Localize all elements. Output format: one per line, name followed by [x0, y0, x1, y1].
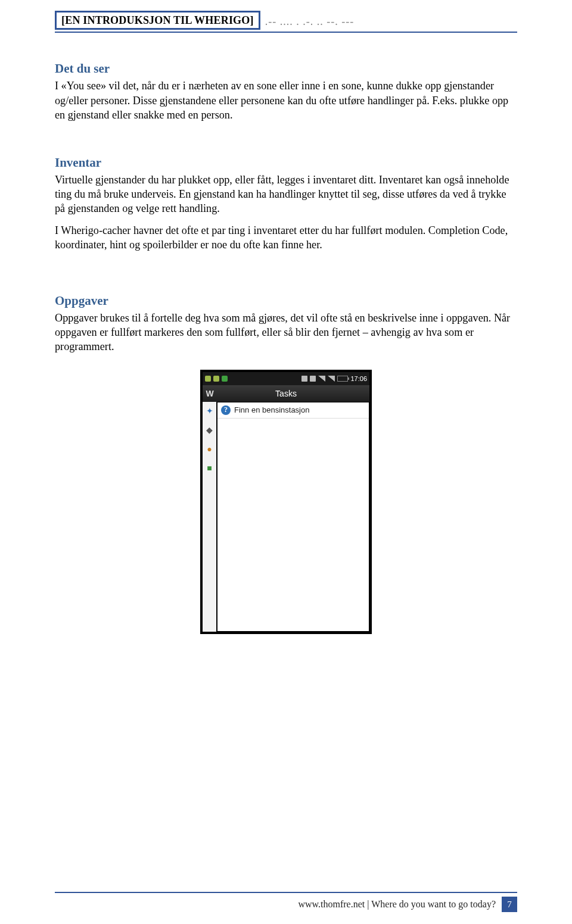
section-body-inventar-2: I Wherigo-cacher havner det ofte et par … — [55, 223, 517, 252]
wifi-icon — [318, 376, 325, 382]
page-footer: www.thomfre.net | Where do you want to g… — [55, 892, 517, 912]
side-strip: ✦ ◆ ● ■ — [203, 402, 217, 632]
tasks-list[interactable]: ? Finn en bensinstasjon — [217, 402, 369, 632]
battery-icon — [337, 376, 348, 382]
header-title: [EN INTRODUKSJON TIL WHERIGO] — [55, 11, 260, 30]
notification-icon — [213, 376, 219, 382]
page-header: [EN INTRODUKSJON TIL WHERIGO] .-- .... .… — [55, 11, 517, 30]
footer-text: www.thomfre.net | Where do you want to g… — [298, 899, 496, 910]
side-icon: ● — [203, 440, 216, 459]
side-icon: ✦ — [203, 402, 216, 421]
sync-icon — [310, 376, 316, 382]
side-icon: ■ — [203, 459, 216, 478]
document-page: [EN INTRODUKSJON TIL WHERIGO] .-- .... .… — [0, 0, 572, 924]
footer-divider — [55, 892, 517, 893]
bluetooth-icon — [301, 376, 307, 382]
content-area: Det du ser I «You see» vil det, når du e… — [55, 33, 517, 633]
section-heading-detduser: Det du ser — [55, 61, 517, 76]
section-heading-oppgaver: Oppgaver — [55, 294, 517, 308]
phone-frame: 17:06 W Tasks ✦ ◆ ● ■ — [200, 370, 372, 634]
section-body-inventar-1: Virtuelle gjenstander du har plukket opp… — [55, 173, 517, 216]
status-bar: 17:06 — [203, 372, 369, 385]
status-time: 17:06 — [350, 375, 367, 382]
header-morse-code: .-- .... . .-. .. --. --- — [265, 15, 354, 30]
section-heading-inventar: Inventar — [55, 155, 517, 170]
phone-screen: 17:06 W Tasks ✦ ◆ ● ■ — [203, 372, 369, 632]
phone-screenshot: 17:06 W Tasks ✦ ◆ ● ■ — [55, 370, 517, 634]
task-label: Finn en bensinstasjon — [234, 405, 309, 414]
app-titlebar: W Tasks — [203, 385, 369, 402]
page-number: 7 — [502, 897, 517, 912]
signal-icon — [328, 376, 335, 382]
notification-icon — [205, 376, 211, 382]
footer-row: www.thomfre.net | Where do you want to g… — [55, 897, 517, 912]
tasks-list-area: ✦ ◆ ● ■ ? Finn en bensinstasjon — [203, 402, 369, 632]
status-left-icons — [205, 376, 228, 382]
task-item[interactable]: ? Finn en bensinstasjon — [217, 402, 369, 419]
titlebar-title: Tasks — [203, 389, 369, 398]
section-body-detduser: I «You see» vil det, når du er i nærhete… — [55, 79, 517, 122]
task-question-icon: ? — [221, 405, 231, 415]
status-right-icons: 17:06 — [301, 375, 367, 382]
side-icon: ◆ — [203, 421, 216, 440]
notification-icon — [222, 376, 228, 382]
section-body-oppgaver: Oppgaver brukes til å fortelle deg hva s… — [55, 311, 517, 354]
